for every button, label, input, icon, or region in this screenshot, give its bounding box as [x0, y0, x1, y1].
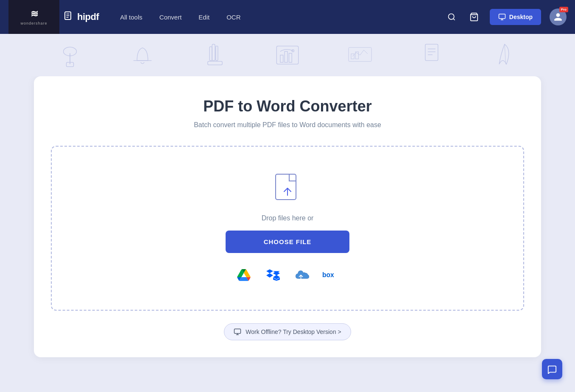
- monitor-deco-icon: [347, 42, 373, 68]
- svg-rect-16: [349, 47, 371, 61]
- svg-rect-14: [289, 53, 292, 62]
- box-button[interactable]: box: [322, 266, 341, 284]
- choose-file-button[interactable]: CHOOSE FILE: [226, 231, 350, 253]
- google-drive-button[interactable]: [234, 266, 253, 284]
- svg-rect-13: [285, 51, 288, 62]
- wondershare-logo: ≋ wondershare: [8, 0, 59, 34]
- pencils-deco-icon: [202, 42, 228, 68]
- ws-icon: ≋: [31, 8, 38, 19]
- svg-rect-10: [208, 61, 222, 65]
- svg-text:box: box: [322, 271, 334, 278]
- offline-text: Work Offline? Try Desktop Version >: [246, 328, 341, 335]
- user-avatar-wrap[interactable]: Pro: [550, 8, 567, 25]
- nav-links: All tools Convert Edit OCR: [120, 14, 445, 21]
- converter-card: PDF to Word Converter Batch convert mult…: [34, 76, 541, 357]
- svg-point-1: [448, 14, 454, 19]
- search-button[interactable]: [445, 10, 458, 24]
- chat-button[interactable]: [542, 359, 562, 379]
- desktop-btn-label: Desktop: [509, 14, 533, 20]
- svg-rect-12: [280, 55, 283, 62]
- svg-rect-8: [216, 46, 218, 61]
- ws-label: wondershare: [20, 21, 47, 25]
- svg-rect-25: [234, 329, 241, 334]
- nav-all-tools[interactable]: All tools: [120, 14, 142, 21]
- nav-convert[interactable]: Convert: [159, 14, 182, 21]
- drop-text: Drop files here or: [262, 214, 314, 222]
- cloud-icons: box: [234, 266, 341, 284]
- background-decoration: [0, 34, 575, 76]
- offline-banner: Work Offline? Try Desktop Version >: [51, 323, 524, 340]
- svg-rect-19: [425, 44, 438, 61]
- upload-icon: [273, 172, 302, 206]
- document-deco-icon: [420, 42, 445, 68]
- pro-badge: Pro: [559, 7, 568, 12]
- main-content: PDF to Word Converter Batch convert mult…: [0, 76, 575, 374]
- offline-banner-button[interactable]: Work Offline? Try Desktop Version >: [224, 323, 351, 340]
- dropbox-button[interactable]: [264, 266, 282, 284]
- hipdf-logo-icon: [64, 11, 74, 23]
- bell-deco-icon: [130, 42, 155, 68]
- hipdf-name: hipdf: [77, 11, 99, 22]
- nav-ocr[interactable]: OCR: [226, 14, 240, 21]
- svg-rect-9: [209, 47, 212, 61]
- svg-rect-23: [276, 174, 296, 200]
- nav-actions: Desktop Pro: [445, 8, 567, 25]
- plant-deco-icon: [57, 42, 83, 68]
- hipdf-logo: hipdf: [64, 11, 99, 23]
- page-title: PDF to Word Converter: [51, 97, 524, 115]
- navbar: ≋ wondershare hipdf All tools Convert Ed…: [0, 0, 575, 34]
- page-subtitle: Batch convert multiple PDF files to Word…: [51, 121, 524, 129]
- desktop-button[interactable]: Desktop: [490, 9, 541, 25]
- bg-deco-icons: [0, 42, 575, 68]
- nav-edit[interactable]: Edit: [198, 14, 209, 21]
- chart-deco-icon: [275, 42, 300, 68]
- pen-deco-icon: [492, 42, 517, 68]
- svg-rect-7: [212, 44, 215, 61]
- drop-zone[interactable]: Drop files here or CHOOSE FILE: [51, 146, 524, 311]
- cart-button[interactable]: [467, 10, 481, 24]
- onedrive-button[interactable]: [293, 266, 312, 284]
- svg-rect-3: [499, 14, 505, 19]
